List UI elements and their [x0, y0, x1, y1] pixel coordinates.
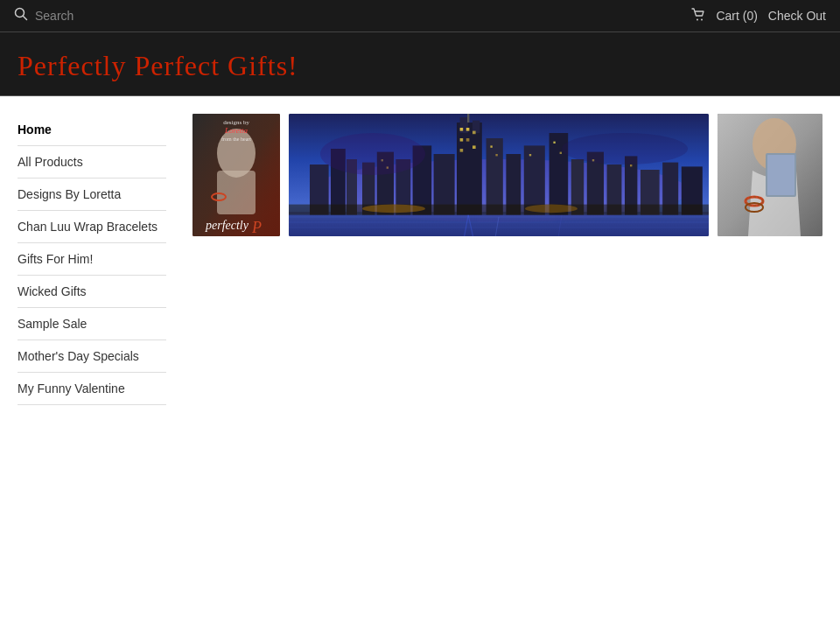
- svg-rect-56: [560, 152, 562, 154]
- sidebar-link-all-products[interactable]: All Products: [18, 146, 166, 178]
- sidebar-item-all-products[interactable]: All Products: [18, 146, 166, 178]
- bottom-spacer: [0, 534, 840, 630]
- svg-rect-31: [466, 138, 470, 142]
- main-layout: Home All Products Designs By Loretta Cha…: [0, 96, 840, 534]
- svg-text:from the heart: from the heart: [221, 136, 251, 142]
- sidebar-link-chan-luu[interactable]: Chan Luu Wrap Bracelets: [18, 211, 166, 242]
- sidebar-item-wicked-gifts[interactable]: Wicked Gifts: [18, 276, 166, 308]
- sidebar-item-gifts-for-him[interactable]: Gifts For Him!: [18, 243, 166, 276]
- sidebar-nav: Home All Products Designs By Loretta Cha…: [18, 114, 166, 405]
- svg-point-2: [696, 18, 698, 20]
- svg-rect-30: [460, 138, 464, 142]
- svg-rect-53: [495, 154, 497, 156]
- search-area: [14, 7, 210, 24]
- banner-left-inner: designs by Loretta from the heart perfec…: [192, 114, 280, 236]
- svg-rect-27: [460, 128, 464, 131]
- svg-rect-54: [529, 154, 531, 156]
- svg-text:perfectly: perfectly: [205, 219, 249, 232]
- svg-point-65: [525, 205, 578, 214]
- sidebar-item-my-funny-valentine[interactable]: My Funny Valentine: [18, 373, 166, 405]
- site-title: Perfectly Perfect Gifts!: [18, 50, 822, 82]
- svg-rect-52: [490, 145, 492, 147]
- sidebar-link-mothers-day[interactable]: Mother's Day Specials: [18, 340, 166, 372]
- svg-rect-33: [472, 145, 476, 149]
- svg-text:designs by: designs by: [223, 119, 249, 126]
- svg-rect-55: [553, 142, 555, 144]
- city-skyline-svg: [289, 114, 709, 236]
- sidebar-link-home[interactable]: Home: [18, 114, 166, 145]
- svg-rect-7: [217, 171, 256, 214]
- svg-rect-72: [767, 155, 794, 195]
- sidebar-link-wicked-gifts[interactable]: Wicked Gifts: [18, 276, 166, 307]
- svg-text:Loretta: Loretta: [224, 126, 248, 135]
- sidebar-item-chan-luu[interactable]: Chan Luu Wrap Bracelets: [18, 211, 166, 243]
- banner-right: [718, 114, 822, 236]
- sidebar-link-sample-sale[interactable]: Sample Sale: [18, 308, 166, 340]
- sidebar-item-sample-sale[interactable]: Sample Sale: [18, 308, 166, 340]
- sidebar-link-gifts-for-him[interactable]: Gifts For Him!: [18, 243, 166, 275]
- svg-rect-28: [466, 128, 470, 131]
- top-bar: Cart (0) Check Out: [0, 0, 840, 32]
- svg-rect-34: [486, 138, 503, 215]
- search-icon: [14, 7, 28, 24]
- svg-text:P: P: [251, 219, 262, 236]
- cart-link[interactable]: Cart (0): [716, 9, 757, 23]
- search-input[interactable]: [35, 9, 210, 23]
- svg-rect-32: [460, 149, 464, 152]
- content-area: designs by Loretta from the heart perfec…: [175, 96, 840, 534]
- svg-point-3: [701, 18, 703, 20]
- svg-point-67: [562, 133, 688, 164]
- svg-line-1: [24, 17, 27, 20]
- svg-rect-29: [472, 131, 476, 135]
- svg-rect-16: [289, 212, 709, 236]
- banner-center: [289, 114, 709, 236]
- checkout-link[interactable]: Check Out: [768, 9, 826, 23]
- svg-point-64: [362, 205, 425, 214]
- sidebar-item-mothers-day[interactable]: Mother's Day Specials: [18, 340, 166, 373]
- sidebar-link-designs-by-loretta[interactable]: Designs By Loretta: [18, 178, 166, 210]
- sidebar: Home All Products Designs By Loretta Cha…: [0, 96, 175, 534]
- svg-rect-63: [289, 205, 709, 215]
- svg-rect-58: [630, 164, 632, 166]
- svg-point-66: [320, 133, 425, 175]
- cart-icon: [691, 8, 705, 24]
- site-header: Perfectly Perfect Gifts!: [0, 32, 840, 96]
- sidebar-item-home[interactable]: Home: [18, 114, 166, 146]
- top-nav: Cart (0) Check Out: [691, 8, 826, 24]
- banner-left: designs by Loretta from the heart perfec…: [192, 114, 280, 236]
- sidebar-item-designs-by-loretta[interactable]: Designs By Loretta: [18, 178, 166, 211]
- svg-rect-23: [457, 122, 482, 215]
- sidebar-link-my-funny-valentine[interactable]: My Funny Valentine: [18, 373, 166, 404]
